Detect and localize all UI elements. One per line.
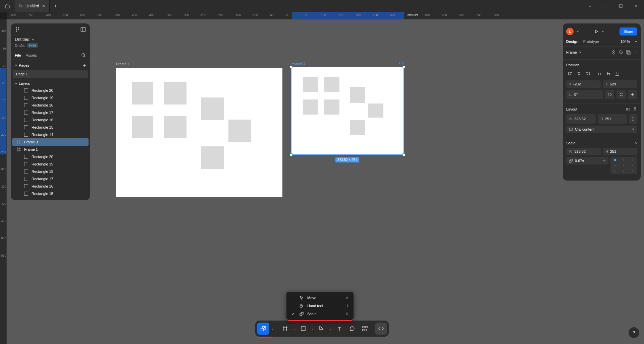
add-page-button[interactable]: + (83, 63, 86, 68)
frame-1[interactable]: Frame 1 (116, 68, 282, 197)
help-button[interactable]: ? (629, 327, 639, 338)
file-title[interactable]: Untitled (15, 37, 30, 42)
rectangle[interactable] (350, 87, 365, 103)
window-dropdown-icon[interactable] (582, 0, 598, 12)
frame-tool-button[interactable] (279, 323, 291, 335)
chevron-down-icon[interactable] (576, 30, 579, 33)
rectangle[interactable] (132, 82, 153, 105)
selection-handle[interactable] (402, 153, 405, 156)
tool-dropdown[interactable]: ⌄ (328, 327, 333, 330)
width-field[interactable]: W323.52 (566, 114, 596, 124)
figma-menu-icon[interactable] (15, 27, 20, 32)
close-scale-icon[interactable]: ✕ (634, 141, 637, 145)
more-transform-button[interactable] (628, 90, 637, 99)
share-button[interactable]: Share (620, 27, 637, 36)
pages-section-label[interactable]: Pages (19, 63, 29, 67)
minimize-button[interactable] (598, 0, 613, 12)
dev-mode-toggle[interactable] (375, 323, 387, 335)
layer-item[interactable]: Rectangle 18 (11, 168, 90, 175)
align-top-button[interactable] (596, 70, 604, 78)
prototype-tab[interactable]: Prototype (583, 40, 599, 44)
comment-tool-button[interactable] (346, 323, 358, 335)
rectangle[interactable] (228, 120, 251, 142)
auto-layout-h-icon[interactable] (626, 107, 631, 112)
pen-tool-button[interactable] (315, 323, 327, 335)
new-tab-button[interactable]: + (50, 3, 62, 9)
frame-3[interactable]: Frame 3 (291, 67, 404, 154)
scale-tool-button[interactable] (257, 323, 269, 335)
layer-item[interactable]: Rectangle 14 (11, 131, 90, 138)
rotation-field[interactable]: 0° (566, 90, 603, 99)
layer-item[interactable]: Rectangle 16 (11, 183, 90, 190)
flip-h-button[interactable] (605, 90, 614, 99)
dev-mode-icon[interactable] (399, 61, 404, 65)
close-tab-icon[interactable]: ✕ (42, 4, 45, 8)
rectangle[interactable] (201, 146, 224, 169)
layers-section-label[interactable]: Layers (19, 81, 30, 85)
auto-layout-v-icon[interactable] (633, 107, 637, 112)
rectangle-tool-button[interactable] (297, 323, 309, 335)
rectangle[interactable] (324, 99, 339, 115)
copy-icon[interactable] (626, 50, 631, 55)
selection-handle[interactable] (402, 66, 405, 68)
play-icon[interactable] (594, 29, 599, 34)
layer-item[interactable]: Rectangle 18 (11, 101, 90, 109)
component-icon[interactable] (611, 50, 616, 55)
rectangle[interactable] (368, 104, 383, 118)
chevron-down-icon[interactable] (579, 51, 582, 54)
align-left-button[interactable] (566, 70, 574, 78)
layer-frame-3[interactable]: Frame 3 (12, 138, 89, 146)
selection-handle[interactable] (290, 66, 292, 68)
x-field[interactable]: X-202 (566, 80, 601, 88)
rectangle[interactable] (303, 77, 318, 92)
align-bottom-button[interactable] (613, 70, 621, 78)
rectangle[interactable] (164, 82, 186, 105)
drafts-label[interactable]: Drafts (15, 44, 24, 48)
rectangle[interactable] (303, 99, 318, 115)
y-field[interactable]: Y529 (603, 80, 637, 88)
layer-frame-1[interactable]: Frame 1 (11, 146, 90, 153)
layer-item[interactable]: Rectangle 19 (11, 94, 90, 101)
panel-toggle-icon[interactable] (80, 27, 86, 32)
scale-width-field[interactable]: W323.52 (566, 148, 601, 155)
move-tool-item[interactable]: Move V (288, 294, 352, 302)
chevron-down-icon[interactable] (32, 38, 35, 41)
layer-item[interactable]: Rectangle 15 (11, 190, 90, 197)
layer-item[interactable]: Rectangle 20 (11, 153, 90, 160)
scale-height-field[interactable]: H251 (603, 148, 637, 155)
frame-1-label[interactable]: Frame 1 (116, 62, 130, 66)
tool-dropdown[interactable]: ⌄ (310, 327, 315, 330)
instance-icon[interactable] (619, 50, 623, 55)
actions-tool-button[interactable] (359, 323, 371, 335)
layer-item[interactable]: Rectangle 17 (11, 109, 90, 116)
layer-item[interactable]: Rectangle 17 (11, 175, 90, 183)
user-avatar[interactable]: L (566, 28, 574, 35)
layer-item[interactable]: Rectangle 15 (11, 124, 90, 131)
chevron-down-icon[interactable] (601, 30, 604, 33)
frame-3-label[interactable]: Frame 3 (291, 61, 305, 65)
scale-tool-item[interactable]: ✓ Scale K (288, 310, 352, 318)
layer-item[interactable]: Rectangle 20 (11, 87, 90, 94)
tool-dropdown[interactable]: ⌄ (292, 327, 297, 330)
rectangle[interactable] (350, 120, 365, 135)
frame-type-label[interactable]: Frame (566, 50, 577, 54)
rectangle[interactable] (324, 77, 339, 92)
home-button[interactable] (0, 0, 15, 12)
constrain-proportions-button[interactable] (629, 114, 637, 124)
align-center-h-button[interactable] (575, 70, 583, 78)
tool-dropdown[interactable]: ⌄ (270, 327, 275, 330)
layer-item[interactable]: Rectangle 16 (11, 116, 90, 124)
more-align-icon[interactable]: ⋯ (632, 70, 637, 78)
file-tab[interactable]: Untitled ✕ (15, 0, 50, 12)
rectangle[interactable] (164, 116, 186, 138)
assets-tab-button[interactable]: Assets (26, 53, 37, 57)
search-icon[interactable] (81, 53, 86, 58)
scale-origin-grid[interactable] (610, 157, 637, 174)
layer-item[interactable]: Rectangle 19 (11, 160, 90, 168)
clip-content-field[interactable]: Clip content (566, 126, 637, 133)
align-center-v-button[interactable] (604, 70, 612, 78)
text-tool-button[interactable] (333, 323, 345, 335)
hand-tool-item[interactable]: Hand tool H (288, 302, 352, 310)
more-icon[interactable]: ⋯ (633, 50, 637, 55)
maximize-button[interactable] (613, 0, 629, 12)
